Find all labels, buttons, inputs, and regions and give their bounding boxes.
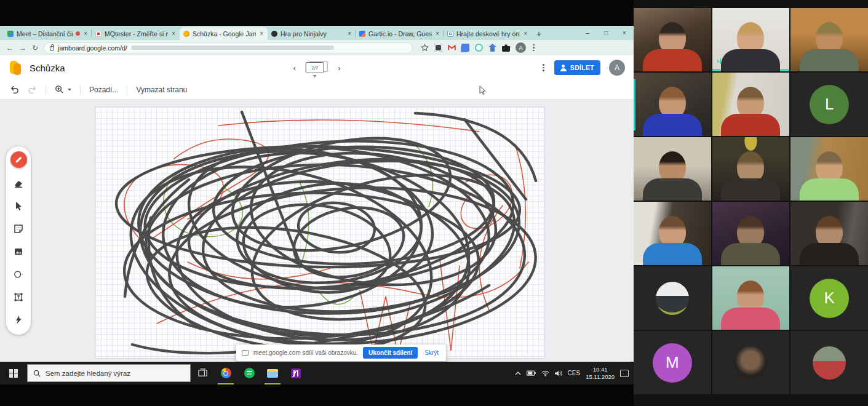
- account-avatar[interactable]: A: [609, 60, 625, 76]
- taskbar-chrome-button[interactable]: [214, 362, 237, 384]
- zoom-dropdown-icon[interactable]: [68, 89, 71, 91]
- battery-icon[interactable]: [527, 370, 536, 376]
- shape-tool-button[interactable]: [11, 267, 26, 282]
- participant-tile[interactable]: [712, 331, 790, 394]
- browser-profile-avatar[interactable]: A: [516, 42, 526, 53]
- tab-close-button[interactable]: ×: [259, 30, 264, 37]
- participant-tile[interactable]: [790, 202, 868, 265]
- browser-tab-gartic[interactable]: Gartic.io - Draw, Guess, WIN ×: [356, 27, 444, 40]
- tab-close-button[interactable]: ×: [435, 30, 440, 37]
- search-input[interactable]: [46, 370, 185, 377]
- share-button[interactable]: SDÍLET: [554, 60, 600, 75]
- participant-initial-avatar: M: [653, 343, 692, 383]
- eraser-tool-button[interactable]: [11, 176, 26, 191]
- browser-menu-icon[interactable]: [532, 44, 536, 52]
- task-view-button[interactable]: [191, 362, 214, 384]
- maximize-button[interactable]: □: [597, 26, 615, 40]
- volume-icon[interactable]: [555, 370, 562, 376]
- wifi-icon[interactable]: [541, 370, 549, 376]
- sticky-note-tool-button[interactable]: [11, 221, 26, 236]
- gmail-icon[interactable]: [448, 44, 456, 52]
- browser-tab-boardgames[interactable]: Hrajte deskové hry online! - ×: [444, 27, 532, 40]
- minimize-button[interactable]: –: [578, 26, 597, 40]
- background-button[interactable]: Pozadí...: [89, 86, 118, 94]
- undo-icon[interactable]: [10, 85, 19, 94]
- screenshot-extension-icon[interactable]: [434, 44, 442, 52]
- scribble-drawing: [95, 107, 544, 358]
- previous-frame-icon[interactable]: ‹: [293, 63, 296, 73]
- task-view-icon: [198, 368, 207, 378]
- ninja-favicon-icon: [271, 31, 277, 37]
- document-title[interactable]: Schůzka: [30, 63, 65, 73]
- participant-tile-speaking[interactable]: [712, 8, 790, 71]
- frame-pager: ‹ 2/7 ›: [293, 61, 341, 74]
- new-tab-button[interactable]: +: [532, 27, 546, 40]
- hidden-icons-chevron[interactable]: [515, 371, 521, 375]
- laser-tool-button[interactable]: [11, 312, 26, 327]
- clear-frame-button[interactable]: Vymazat stranu: [136, 86, 187, 94]
- pen-tool-button[interactable]: [10, 151, 27, 168]
- tab-close-button[interactable]: ×: [171, 30, 176, 37]
- close-window-button[interactable]: ×: [615, 26, 634, 40]
- frame-counter-button[interactable]: 2/7: [306, 61, 328, 74]
- participant-tile[interactable]: [634, 137, 711, 201]
- tab-close-button[interactable]: ×: [347, 30, 352, 37]
- forward-icon[interactable]: →: [19, 44, 26, 52]
- participant-tile[interactable]: [634, 266, 711, 330]
- taskbar-explorer-button[interactable]: [261, 362, 284, 384]
- extensions-puzzle-icon[interactable]: [502, 44, 510, 52]
- participant-initial-avatar: K: [810, 279, 849, 318]
- participant-tile[interactable]: [790, 137, 868, 201]
- notification-center-icon[interactable]: [620, 370, 629, 377]
- clock[interactable]: 10:41 15.11.2020: [586, 366, 615, 381]
- browser-tab-mqtester[interactable]: MQtester - Změřte si mediál ×: [92, 27, 180, 40]
- participant-tile[interactable]: [634, 8, 711, 71]
- text-box-tool-button[interactable]: [11, 290, 26, 304]
- expand-frames-icon: [313, 75, 317, 78]
- language-indicator[interactable]: CES: [568, 370, 581, 376]
- gartic-favicon-icon: [359, 31, 365, 37]
- redo-icon[interactable]: [28, 85, 37, 94]
- participant-tile[interactable]: M: [634, 331, 711, 394]
- tab-close-button[interactable]: ×: [83, 30, 88, 37]
- participant-tile[interactable]: [790, 331, 868, 394]
- participant-tile[interactable]: [790, 8, 868, 71]
- image-tool-button[interactable]: [11, 244, 26, 259]
- participant-tile[interactable]: K: [790, 266, 868, 330]
- participant-tile[interactable]: L: [790, 73, 868, 136]
- jamboard-canvas[interactable]: [95, 107, 544, 358]
- back-icon[interactable]: ←: [6, 44, 14, 52]
- system-tray: CES 10:41 15.11.2020: [515, 366, 634, 381]
- participant-tile[interactable]: [712, 202, 790, 265]
- loom-icon[interactable]: [475, 44, 483, 52]
- share-message: meet.google.com sdílí vaši obrazovku.: [253, 349, 358, 356]
- browser-tab-ninja[interactable]: Hra pro Ninjalvy ×: [268, 27, 356, 40]
- hide-banner-link[interactable]: Skrýt: [423, 349, 440, 356]
- participant-tile[interactable]: [712, 266, 790, 330]
- browser-tab-jamboard-active[interactable]: Schůzka - Google Jamboard ×: [180, 27, 268, 40]
- participant-tile[interactable]: [634, 202, 711, 265]
- zoom-icon[interactable]: [55, 85, 64, 94]
- docs-extension-icon[interactable]: [461, 44, 469, 52]
- browser-tab-meet[interactable]: Meet – Distanční činnos ×: [4, 27, 92, 40]
- dice-favicon-icon: [447, 31, 453, 37]
- participant-tile[interactable]: [634, 73, 711, 136]
- jamboard-menu-icon[interactable]: [541, 64, 546, 71]
- next-frame-icon[interactable]: ›: [338, 63, 340, 73]
- taskbar-onenote-button[interactable]: [284, 362, 308, 384]
- window-controls: – □ ×: [578, 26, 634, 40]
- download-extension-icon[interactable]: [488, 44, 496, 52]
- select-tool-button[interactable]: [11, 199, 26, 213]
- participant-tile[interactable]: [712, 137, 790, 201]
- start-button[interactable]: [0, 362, 27, 384]
- screen-share-banner: meet.google.com sdílí vaši obrazovku. Uk…: [236, 344, 446, 361]
- taskbar-search[interactable]: [27, 364, 191, 382]
- participant-tile[interactable]: [712, 73, 790, 136]
- reload-icon[interactable]: ↻: [32, 44, 38, 52]
- address-input[interactable]: jamboard.google.com/d/: [44, 42, 413, 54]
- windows-taskbar: CES 10:41 15.11.2020: [0, 362, 634, 384]
- bookmark-star-icon[interactable]: [421, 44, 429, 52]
- taskbar-spotify-button[interactable]: [237, 362, 261, 384]
- stop-sharing-button[interactable]: Ukončit sdílení: [363, 347, 418, 359]
- tab-close-button[interactable]: ×: [523, 30, 528, 37]
